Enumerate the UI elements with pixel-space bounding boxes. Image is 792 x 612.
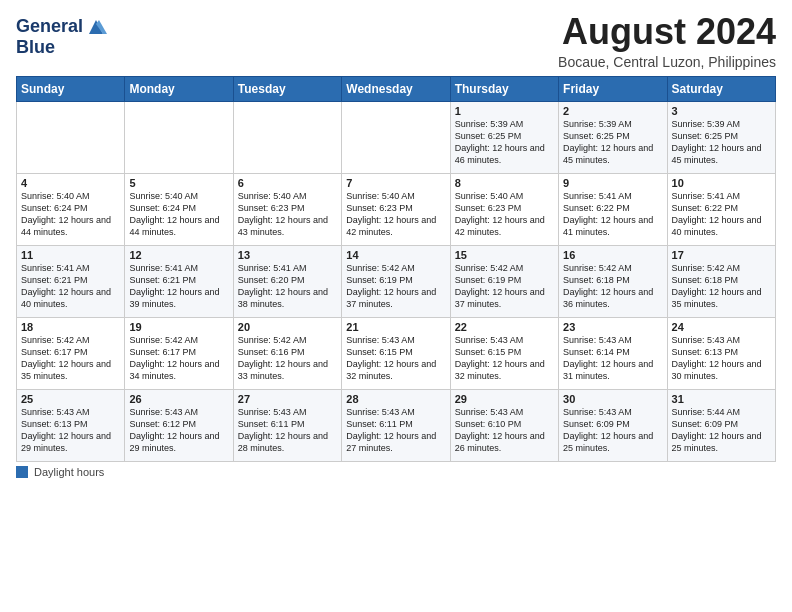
day-info: Sunrise: 5:41 AM Sunset: 6:21 PM Dayligh… — [21, 262, 120, 311]
day-number: 31 — [672, 393, 771, 405]
day-info: Sunrise: 5:43 AM Sunset: 6:14 PM Dayligh… — [563, 334, 662, 383]
day-number: 13 — [238, 249, 337, 261]
day-info: Sunrise: 5:40 AM Sunset: 6:23 PM Dayligh… — [346, 190, 445, 239]
calendar-cell: 29Sunrise: 5:43 AM Sunset: 6:10 PM Dayli… — [450, 389, 558, 461]
day-number: 27 — [238, 393, 337, 405]
day-info: Sunrise: 5:42 AM Sunset: 6:18 PM Dayligh… — [563, 262, 662, 311]
calendar-header: SundayMondayTuesdayWednesdayThursdayFrid… — [17, 76, 776, 101]
calendar-cell: 23Sunrise: 5:43 AM Sunset: 6:14 PM Dayli… — [559, 317, 667, 389]
header-day-thursday: Thursday — [450, 76, 558, 101]
day-number: 25 — [21, 393, 120, 405]
calendar-cell: 2Sunrise: 5:39 AM Sunset: 6:25 PM Daylig… — [559, 101, 667, 173]
calendar-cell — [342, 101, 450, 173]
calendar-cell: 13Sunrise: 5:41 AM Sunset: 6:20 PM Dayli… — [233, 245, 341, 317]
day-number: 30 — [563, 393, 662, 405]
calendar-cell: 20Sunrise: 5:42 AM Sunset: 6:16 PM Dayli… — [233, 317, 341, 389]
logo-icon — [85, 16, 107, 38]
calendar-cell: 7Sunrise: 5:40 AM Sunset: 6:23 PM Daylig… — [342, 173, 450, 245]
day-info: Sunrise: 5:42 AM Sunset: 6:17 PM Dayligh… — [129, 334, 228, 383]
header-day-tuesday: Tuesday — [233, 76, 341, 101]
calendar-cell: 28Sunrise: 5:43 AM Sunset: 6:11 PM Dayli… — [342, 389, 450, 461]
day-info: Sunrise: 5:41 AM Sunset: 6:20 PM Dayligh… — [238, 262, 337, 311]
calendar-cell: 11Sunrise: 5:41 AM Sunset: 6:21 PM Dayli… — [17, 245, 125, 317]
day-info: Sunrise: 5:41 AM Sunset: 6:22 PM Dayligh… — [563, 190, 662, 239]
day-number: 4 — [21, 177, 120, 189]
subtitle: Bocaue, Central Luzon, Philippines — [558, 54, 776, 70]
day-info: Sunrise: 5:40 AM Sunset: 6:24 PM Dayligh… — [21, 190, 120, 239]
calendar-cell: 18Sunrise: 5:42 AM Sunset: 6:17 PM Dayli… — [17, 317, 125, 389]
day-number: 20 — [238, 321, 337, 333]
week-row-1: 1Sunrise: 5:39 AM Sunset: 6:25 PM Daylig… — [17, 101, 776, 173]
day-number: 28 — [346, 393, 445, 405]
day-info: Sunrise: 5:39 AM Sunset: 6:25 PM Dayligh… — [563, 118, 662, 167]
day-number: 9 — [563, 177, 662, 189]
day-info: Sunrise: 5:43 AM Sunset: 6:15 PM Dayligh… — [455, 334, 554, 383]
day-number: 2 — [563, 105, 662, 117]
logo-text-blue: Blue — [16, 37, 55, 57]
header-day-friday: Friday — [559, 76, 667, 101]
header-day-monday: Monday — [125, 76, 233, 101]
main-title: August 2024 — [558, 12, 776, 52]
calendar-cell: 12Sunrise: 5:41 AM Sunset: 6:21 PM Dayli… — [125, 245, 233, 317]
calendar-cell: 8Sunrise: 5:40 AM Sunset: 6:23 PM Daylig… — [450, 173, 558, 245]
logo: General Blue — [16, 16, 107, 58]
header: General Blue August 2024 Bocaue, Central… — [16, 12, 776, 70]
day-number: 22 — [455, 321, 554, 333]
page: General Blue August 2024 Bocaue, Central… — [0, 0, 792, 488]
calendar-cell: 3Sunrise: 5:39 AM Sunset: 6:25 PM Daylig… — [667, 101, 775, 173]
day-info: Sunrise: 5:43 AM Sunset: 6:15 PM Dayligh… — [346, 334, 445, 383]
day-info: Sunrise: 5:42 AM Sunset: 6:18 PM Dayligh… — [672, 262, 771, 311]
title-block: August 2024 Bocaue, Central Luzon, Phili… — [558, 12, 776, 70]
footer-label: Daylight hours — [34, 466, 104, 478]
calendar-cell: 5Sunrise: 5:40 AM Sunset: 6:24 PM Daylig… — [125, 173, 233, 245]
calendar-cell: 31Sunrise: 5:44 AM Sunset: 6:09 PM Dayli… — [667, 389, 775, 461]
day-number: 8 — [455, 177, 554, 189]
calendar-table: SundayMondayTuesdayWednesdayThursdayFrid… — [16, 76, 776, 462]
calendar-cell: 21Sunrise: 5:43 AM Sunset: 6:15 PM Dayli… — [342, 317, 450, 389]
week-row-5: 25Sunrise: 5:43 AM Sunset: 6:13 PM Dayli… — [17, 389, 776, 461]
calendar-cell: 6Sunrise: 5:40 AM Sunset: 6:23 PM Daylig… — [233, 173, 341, 245]
day-number: 12 — [129, 249, 228, 261]
day-info: Sunrise: 5:43 AM Sunset: 6:13 PM Dayligh… — [21, 406, 120, 455]
day-info: Sunrise: 5:43 AM Sunset: 6:11 PM Dayligh… — [346, 406, 445, 455]
day-number: 29 — [455, 393, 554, 405]
calendar-cell — [17, 101, 125, 173]
day-info: Sunrise: 5:42 AM Sunset: 6:17 PM Dayligh… — [21, 334, 120, 383]
header-day-wednesday: Wednesday — [342, 76, 450, 101]
calendar-cell: 30Sunrise: 5:43 AM Sunset: 6:09 PM Dayli… — [559, 389, 667, 461]
logo-text-general: General — [16, 17, 83, 37]
day-number: 17 — [672, 249, 771, 261]
day-info: Sunrise: 5:39 AM Sunset: 6:25 PM Dayligh… — [672, 118, 771, 167]
day-number: 19 — [129, 321, 228, 333]
header-row: SundayMondayTuesdayWednesdayThursdayFrid… — [17, 76, 776, 101]
calendar-cell: 10Sunrise: 5:41 AM Sunset: 6:22 PM Dayli… — [667, 173, 775, 245]
day-info: Sunrise: 5:43 AM Sunset: 6:13 PM Dayligh… — [672, 334, 771, 383]
calendar-cell: 22Sunrise: 5:43 AM Sunset: 6:15 PM Dayli… — [450, 317, 558, 389]
calendar-cell: 24Sunrise: 5:43 AM Sunset: 6:13 PM Dayli… — [667, 317, 775, 389]
day-number: 21 — [346, 321, 445, 333]
header-day-saturday: Saturday — [667, 76, 775, 101]
day-number: 3 — [672, 105, 771, 117]
day-number: 5 — [129, 177, 228, 189]
calendar-cell: 25Sunrise: 5:43 AM Sunset: 6:13 PM Dayli… — [17, 389, 125, 461]
calendar-cell: 16Sunrise: 5:42 AM Sunset: 6:18 PM Dayli… — [559, 245, 667, 317]
calendar-cell: 14Sunrise: 5:42 AM Sunset: 6:19 PM Dayli… — [342, 245, 450, 317]
calendar-cell: 27Sunrise: 5:43 AM Sunset: 6:11 PM Dayli… — [233, 389, 341, 461]
day-info: Sunrise: 5:42 AM Sunset: 6:16 PM Dayligh… — [238, 334, 337, 383]
day-info: Sunrise: 5:41 AM Sunset: 6:21 PM Dayligh… — [129, 262, 228, 311]
day-number: 26 — [129, 393, 228, 405]
day-info: Sunrise: 5:43 AM Sunset: 6:09 PM Dayligh… — [563, 406, 662, 455]
day-number: 6 — [238, 177, 337, 189]
calendar-cell: 19Sunrise: 5:42 AM Sunset: 6:17 PM Dayli… — [125, 317, 233, 389]
day-info: Sunrise: 5:41 AM Sunset: 6:22 PM Dayligh… — [672, 190, 771, 239]
footer-dot — [16, 466, 28, 478]
calendar-cell — [233, 101, 341, 173]
day-number: 24 — [672, 321, 771, 333]
day-number: 11 — [21, 249, 120, 261]
day-info: Sunrise: 5:40 AM Sunset: 6:24 PM Dayligh… — [129, 190, 228, 239]
day-number: 15 — [455, 249, 554, 261]
day-info: Sunrise: 5:40 AM Sunset: 6:23 PM Dayligh… — [455, 190, 554, 239]
day-info: Sunrise: 5:42 AM Sunset: 6:19 PM Dayligh… — [346, 262, 445, 311]
week-row-4: 18Sunrise: 5:42 AM Sunset: 6:17 PM Dayli… — [17, 317, 776, 389]
calendar-cell: 15Sunrise: 5:42 AM Sunset: 6:19 PM Dayli… — [450, 245, 558, 317]
